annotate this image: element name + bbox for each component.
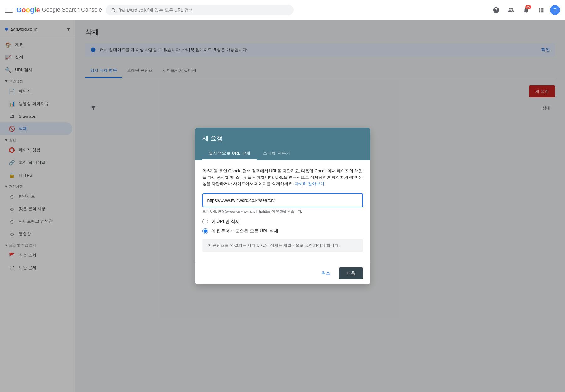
dialog: 새 요청 일시적으로 URL 삭제 스니펫 지우기 약 6개월 동안 Googl… bbox=[195, 128, 370, 284]
dialog-description: 약 6개월 동안 Google 검색 결과에서 URL을 차단하고, 다음에 G… bbox=[202, 168, 363, 187]
accounts-button[interactable] bbox=[505, 4, 517, 16]
avatar[interactable]: T bbox=[550, 5, 560, 15]
radio-all-with-prefix[interactable]: 이 접두어가 포함된 모든 URL 삭제 bbox=[202, 228, 363, 234]
apps-icon bbox=[538, 7, 545, 13]
notifications-button[interactable]: 35 bbox=[520, 4, 532, 16]
radio-label-this-url: 이 URL만 삭제 bbox=[211, 219, 240, 224]
apps-button[interactable] bbox=[535, 4, 547, 16]
header: Google Google Search Console 35 bbox=[0, 0, 565, 20]
google-logo: Google bbox=[16, 6, 40, 14]
notification-count: 35 bbox=[525, 5, 531, 9]
app-title: Google Search Console bbox=[42, 7, 102, 13]
next-button[interactable]: 다음 bbox=[339, 267, 363, 279]
dialog-overlay: 새 요청 일시적으로 URL 삭제 스니펫 지우기 약 6개월 동안 Googl… bbox=[75, 20, 565, 392]
dialog-tab-snippet-clear[interactable]: 스니펫 지우기 bbox=[257, 147, 297, 160]
main-content: 삭제 캐시 업데이트를 더 이상 사용할 수 없습니다. 스니펫 업데이트 요청… bbox=[75, 20, 565, 392]
dialog-footer: 취소 다음 bbox=[195, 262, 370, 284]
menu-icon[interactable] bbox=[5, 6, 13, 14]
dialog-header: 새 요청 일시적으로 URL 삭제 스니펫 지우기 bbox=[195, 128, 370, 160]
dialog-tabs: 일시적으로 URL 삭제 스니펫 지우기 bbox=[202, 147, 363, 160]
info-box: 이 콘텐츠로 연결되는 기타 URL의 삭제는 개별적으로 요청되어야 합니다. bbox=[202, 239, 363, 252]
radio-label-prefix: 이 접두어가 포함된 모든 URL 삭제 bbox=[211, 228, 279, 234]
radio-input-this-url[interactable] bbox=[202, 219, 208, 224]
main-layout: twinword.co.kr ▾ 🏠 개요 📈 실적 🔍 URL 검사 ▾ 색인… bbox=[0, 20, 565, 392]
search-icon bbox=[111, 7, 116, 13]
help-button[interactable] bbox=[490, 4, 502, 16]
url-input[interactable] bbox=[202, 193, 363, 207]
dialog-tab-url-remove[interactable]: 일시적으로 URL 삭제 bbox=[202, 147, 257, 160]
help-icon bbox=[493, 7, 500, 13]
logo-area: Google Google Search Console bbox=[16, 6, 102, 14]
header-icons: 35 T bbox=[490, 4, 560, 16]
search-input[interactable] bbox=[119, 8, 289, 13]
radio-group: 이 URL만 삭제 이 접두어가 포함된 모든 URL 삭제 bbox=[202, 219, 363, 234]
dialog-body: 약 6개월 동안 Google 검색 결과에서 URL을 차단하고, 다음에 G… bbox=[195, 160, 370, 262]
accounts-icon bbox=[508, 7, 515, 13]
radio-input-prefix[interactable] bbox=[202, 228, 208, 234]
learn-more-link[interactable]: 자세히 알아보기 bbox=[295, 181, 324, 186]
dialog-title: 새 요청 bbox=[202, 134, 363, 142]
cancel-button[interactable]: 취소 bbox=[317, 268, 335, 279]
url-hint: 모든 URL 변형(www/non-www and http/https)이 영… bbox=[202, 209, 363, 214]
search-bar[interactable] bbox=[106, 5, 294, 15]
radio-this-url-only[interactable]: 이 URL만 삭제 bbox=[202, 219, 363, 224]
